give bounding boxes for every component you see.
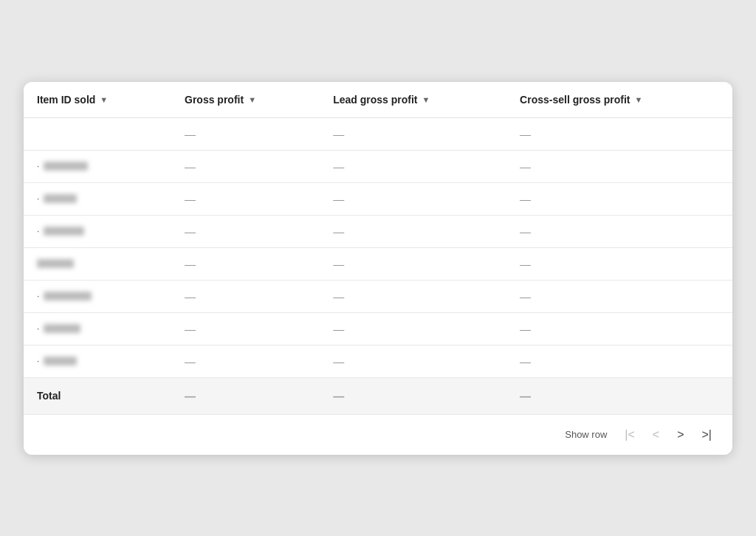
- cell-lead_gross_profit: —: [320, 215, 506, 247]
- show-row-label: Show row: [565, 429, 607, 440]
- table-row: ·———: [24, 150, 732, 182]
- cell-gross_profit: —: [171, 117, 320, 150]
- blurred-id: [44, 227, 84, 236]
- table-row: ·———: [24, 215, 732, 247]
- cell-item-id: [24, 247, 171, 280]
- blurred-id: [44, 357, 77, 365]
- blurred-id: [44, 194, 77, 203]
- col-label-lead-gross-profit: Lead gross profit: [333, 94, 417, 106]
- footer-gross-profit: —: [171, 377, 320, 414]
- cell-cross_sell_gross_profit: —: [506, 215, 732, 247]
- col-label-cross-sell: Cross-sell gross profit: [520, 94, 630, 106]
- table-container: Item ID sold ▼ Gross profit ▼ Lead gross…: [24, 82, 732, 414]
- prev-page-button[interactable]: <: [645, 424, 667, 446]
- table-row: ·———: [24, 312, 732, 345]
- cell-gross_profit: —: [171, 215, 320, 247]
- col-header-item-id[interactable]: Item ID sold ▼: [24, 82, 171, 118]
- main-card: Item ID sold ▼ Gross profit ▼ Lead gross…: [24, 82, 732, 455]
- cell-lead_gross_profit: —: [320, 280, 506, 312]
- cell-gross_profit: —: [171, 312, 320, 345]
- cell-cross_sell_gross_profit: —: [506, 182, 732, 215]
- cell-lead_gross_profit: —: [320, 312, 506, 345]
- cell-lead_gross_profit: —: [320, 150, 506, 182]
- table-row: ·———: [24, 280, 732, 312]
- table-row: ———: [24, 117, 732, 150]
- bullet-icon: ·: [37, 323, 39, 334]
- blurred-id: [44, 292, 92, 300]
- cell-lead_gross_profit: —: [320, 247, 506, 280]
- first-page-icon: |<: [625, 428, 635, 441]
- cell-item-id: [24, 117, 171, 150]
- col-header-lead-gross-profit[interactable]: Lead gross profit ▼: [320, 82, 506, 118]
- bullet-icon: ·: [37, 226, 39, 236]
- sort-icon-lead-gross-profit[interactable]: ▼: [422, 95, 430, 104]
- cell-item-id: ·: [24, 215, 171, 247]
- bullet-icon: ·: [37, 193, 39, 204]
- bullet-icon: ·: [37, 161, 39, 171]
- cell-gross_profit: —: [171, 345, 320, 377]
- first-page-button[interactable]: |<: [617, 424, 642, 446]
- cell-lead_gross_profit: —: [320, 182, 506, 215]
- last-page-icon: >|: [702, 428, 712, 441]
- bullet-icon: ·: [37, 356, 39, 366]
- prev-page-icon: <: [653, 428, 659, 441]
- cell-cross_sell_gross_profit: —: [506, 280, 732, 312]
- data-table: Item ID sold ▼ Gross profit ▼ Lead gross…: [24, 82, 732, 414]
- last-page-button[interactable]: >|: [695, 424, 720, 446]
- cell-item-id: ·: [24, 182, 171, 215]
- next-page-button[interactable]: >: [670, 424, 691, 446]
- footer-label: Total: [24, 377, 171, 414]
- cell-gross_profit: —: [171, 150, 320, 182]
- blurred-id: [37, 259, 74, 268]
- cell-cross_sell_gross_profit: —: [506, 117, 732, 150]
- table-footer: Total — — —: [24, 377, 732, 414]
- cell-lead_gross_profit: —: [320, 345, 506, 377]
- cell-item-id: ·: [24, 280, 171, 312]
- cell-gross_profit: —: [171, 182, 320, 215]
- blurred-id: [44, 162, 88, 171]
- cell-cross_sell_gross_profit: —: [506, 247, 732, 280]
- cell-gross_profit: —: [171, 247, 320, 280]
- cell-gross_profit: —: [171, 280, 320, 312]
- sort-icon-item-id[interactable]: ▼: [100, 95, 108, 104]
- table-row: ·———: [24, 345, 732, 377]
- cell-cross_sell_gross_profit: —: [506, 312, 732, 345]
- table-row: ·———: [24, 182, 732, 215]
- table-row: ———: [24, 247, 732, 280]
- cell-item-id: ·: [24, 345, 171, 377]
- cell-item-id: ·: [24, 150, 171, 182]
- sort-icon-cross-sell[interactable]: ▼: [634, 95, 642, 104]
- cell-cross_sell_gross_profit: —: [506, 345, 732, 377]
- pagination-bar: Show row |< < > >|: [24, 414, 732, 455]
- col-label-item-id: Item ID sold: [37, 94, 95, 106]
- blurred-id: [44, 324, 80, 333]
- footer-lead-gross-profit: —: [320, 377, 506, 414]
- table-body: ———·———·———·——————·———·———·———: [24, 117, 732, 377]
- cell-lead_gross_profit: —: [320, 117, 506, 150]
- sort-icon-gross-profit[interactable]: ▼: [248, 95, 256, 104]
- col-header-cross-sell[interactable]: Cross-sell gross profit ▼: [506, 82, 732, 118]
- cell-item-id: ·: [24, 312, 171, 345]
- cell-cross_sell_gross_profit: —: [506, 150, 732, 182]
- footer-cross-sell: —: [506, 377, 732, 414]
- table-header: Item ID sold ▼ Gross profit ▼ Lead gross…: [24, 82, 732, 118]
- col-header-gross-profit[interactable]: Gross profit ▼: [171, 82, 320, 118]
- col-label-gross-profit: Gross profit: [185, 94, 244, 106]
- next-page-icon: >: [677, 428, 684, 441]
- bullet-icon: ·: [37, 291, 39, 301]
